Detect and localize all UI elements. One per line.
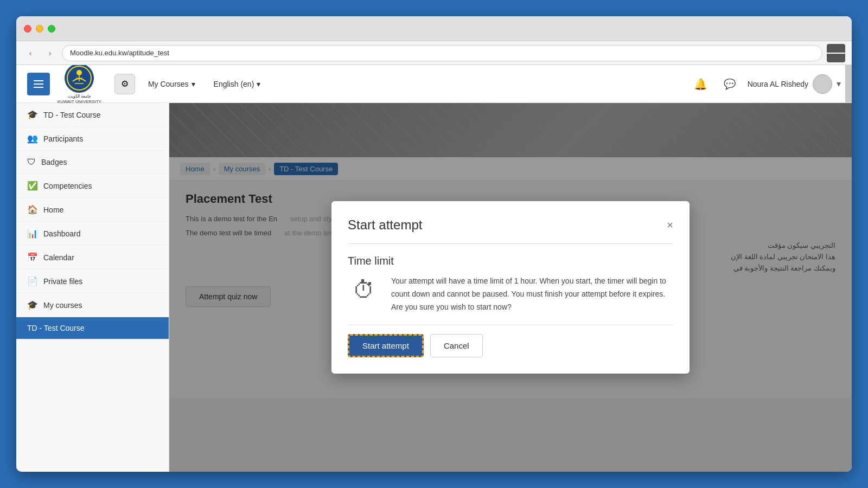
sidebar-td-active-label: TD - Test Course — [27, 324, 85, 332]
sidebar-item-private-files[interactable]: 📄 Private files — [16, 269, 169, 293]
university-name: جامعة الكويتKUWAIT UNIVERSITY — [58, 94, 101, 104]
participants-icon: 👥 — [27, 133, 38, 144]
sidebar-competencies-label: Competencies — [43, 182, 92, 190]
sidebar-my-courses-label: My courses — [43, 301, 82, 310]
badges-icon: 🛡 — [27, 157, 36, 167]
modal-title: Start attempt — [348, 217, 422, 233]
my-courses-label: My Courses — [148, 80, 189, 88]
sidebar-item-my-courses[interactable]: 🎓 My courses — [16, 293, 169, 317]
clock-icon: ⏱ — [353, 277, 375, 303]
sidebar-toggle-button[interactable] — [27, 73, 50, 95]
modal-top-divider — [348, 243, 673, 244]
page-scrollbar[interactable] — [845, 65, 852, 102]
sidebar-calendar-label: Calendar — [43, 253, 74, 262]
sidebar-private-files-label: Private files — [43, 277, 82, 286]
browser-menu-button[interactable] — [827, 44, 845, 62]
university-logo — [65, 65, 94, 93]
messages-chat-icon[interactable]: 💬 — [719, 74, 740, 94]
maximize-traffic-light[interactable] — [48, 25, 55, 33]
language-chevron-icon: ▾ — [257, 80, 260, 88]
forward-button[interactable]: › — [42, 46, 58, 61]
modal-header: Start attempt × — [348, 217, 673, 233]
start-attempt-modal: Start attempt × Time limit ⏱ Your attemp… — [331, 201, 690, 373]
close-traffic-light[interactable] — [24, 25, 31, 33]
my-courses-icon: 🎓 — [27, 300, 38, 310]
sidebar-badges-label: Badges — [41, 158, 67, 166]
user-name-label: Noura AL Rishedy — [748, 80, 808, 88]
sidebar-item-td-test-course[interactable]: 🎓 TD - Test Course — [16, 103, 169, 127]
address-bar[interactable]: Moodle.ku.edu.kw/aptitude_test — [62, 45, 822, 61]
home-icon: 🏠 — [27, 204, 38, 215]
sidebar: 🎓 TD - Test Course 👥 Participants 🛡 Badg… — [16, 103, 169, 472]
my-courses-chevron-icon: ▾ — [192, 80, 195, 88]
sidebar-item-badges[interactable]: 🛡 Badges — [16, 151, 169, 174]
sidebar-item-calendar[interactable]: 📅 Calendar — [16, 246, 169, 269]
top-navbar: جامعة الكويتKUWAIT UNIVERSITY ⚙ My Cours… — [16, 65, 852, 103]
my-courses-nav-link[interactable]: My Courses ▾ — [143, 76, 201, 92]
sidebar-item-participants[interactable]: 👥 Participants — [16, 127, 169, 151]
sidebar-item-dashboard[interactable]: 📊 Dashboard — [16, 222, 169, 246]
time-limit-body: Your attempt will have a time limit of 1… — [391, 275, 673, 313]
language-label: English (en) — [214, 80, 254, 88]
browser-window: ‹ › Moodle.ku.edu.kw/aptitude_test — [16, 16, 852, 472]
settings-gear-button[interactable]: ⚙ — [114, 74, 135, 94]
browser-nav: ‹ › Moodle.ku.edu.kw/aptitude_test — [16, 41, 852, 65]
main-layout: 🎓 TD - Test Course 👥 Participants 🛡 Badg… — [16, 103, 852, 472]
time-limit-title: Time limit — [348, 255, 673, 267]
start-attempt-button[interactable]: Start attempt — [348, 334, 424, 357]
graduation-cap-icon: 🎓 — [27, 110, 38, 120]
time-limit-content: ⏱ Your attempt will have a time limit of… — [348, 275, 673, 313]
content-area: TD - Test Course Home › My courses › TD … — [169, 103, 852, 472]
dashboard-icon: 📊 — [27, 228, 38, 239]
browser-titlebar — [16, 16, 852, 41]
user-chevron-icon: ▾ — [837, 79, 841, 89]
svg-point-1 — [76, 70, 82, 75]
sidebar-td-label: TD - Test Course — [43, 111, 101, 119]
sidebar-participants-label: Participants — [43, 134, 83, 143]
modal-close-button[interactable]: × — [667, 220, 673, 230]
cancel-button[interactable]: Cancel — [430, 334, 483, 357]
url-text: Moodle.ku.edu.kw/aptitude_test — [70, 49, 169, 57]
user-avatar — [813, 74, 832, 94]
page-content: جامعة الكويتKUWAIT UNIVERSITY ⚙ My Cours… — [16, 65, 852, 472]
file-icon: 📄 — [27, 276, 38, 286]
sidebar-item-home[interactable]: 🏠 Home — [16, 198, 169, 222]
minimize-traffic-light[interactable] — [36, 25, 43, 33]
sidebar-item-competencies[interactable]: ✅ Competencies — [16, 174, 169, 198]
clock-icon-area: ⏱ — [348, 275, 380, 313]
notifications-bell-icon[interactable]: 🔔 — [690, 73, 712, 95]
back-button[interactable]: ‹ — [23, 46, 38, 61]
user-info-area[interactable]: Noura AL Rishedy ▾ — [748, 74, 841, 94]
modal-overlay: Start attempt × Time limit ⏱ Your attemp… — [169, 103, 852, 472]
language-nav-link[interactable]: English (en) ▾ — [208, 76, 266, 92]
modal-footer-divider — [348, 325, 673, 325]
sidebar-dashboard-label: Dashboard — [43, 229, 81, 238]
competencies-icon: ✅ — [27, 181, 38, 191]
modal-actions: Start attempt Cancel — [348, 334, 673, 357]
sidebar-item-td-active[interactable]: TD - Test Course — [16, 317, 169, 339]
calendar-icon: 📅 — [27, 252, 38, 262]
logo-area: جامعة الكويتKUWAIT UNIVERSITY — [58, 65, 101, 104]
sidebar-home-label: Home — [43, 206, 63, 214]
